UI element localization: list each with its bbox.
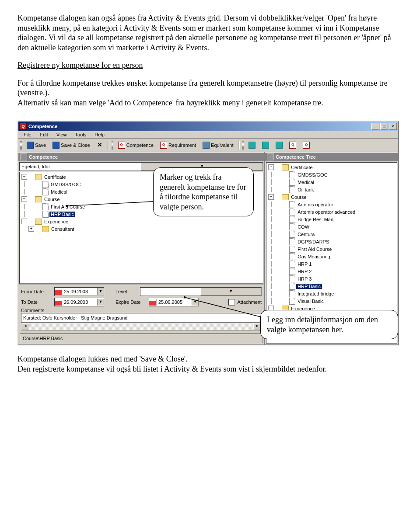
menu-view[interactable]: View (53, 131, 70, 138)
titlebar: Q Competence _ □ × (18, 122, 398, 131)
requirement-button[interactable]: QRequirement (158, 140, 199, 150)
tree-icon (20, 153, 27, 160)
save-button[interactable]: Save (24, 140, 49, 150)
tool-icon (276, 142, 283, 149)
calendar-icon (55, 288, 62, 295)
body-text: Alternativ så kan man velge 'Add to Comp… (18, 98, 323, 107)
folder-icon (35, 196, 42, 202)
section-heading[interactable]: Registrere ny kompetanse for en person (18, 61, 143, 70)
scroll-left-icon[interactable]: ◄ (21, 323, 29, 330)
close-button[interactable]: × (389, 123, 397, 130)
document-icon (289, 238, 295, 245)
expire-date-input[interactable]: ▼ (149, 298, 199, 306)
toolbar-grip (112, 141, 113, 150)
document-icon (289, 171, 295, 178)
level-combo[interactable]: ▼ (140, 287, 262, 296)
maximize-button[interactable]: □ (380, 123, 388, 130)
level-label: Level (116, 289, 137, 294)
document-icon (289, 186, 295, 193)
to-date-label: To Date (21, 299, 52, 305)
tree-icon (267, 153, 274, 160)
body-text: For å tilordne kompetanse trekkes ønsket… (18, 79, 388, 97)
menu-help[interactable]: Help (91, 131, 108, 138)
document-icon (289, 283, 295, 290)
tool-icon: Q (289, 142, 296, 149)
from-date-label: From Date (21, 289, 52, 294)
document-icon (289, 275, 295, 282)
toolbar: Save Save & Close ✕ QCompetence QRequire… (18, 139, 398, 152)
menubar: File Edit View Tools Help (18, 131, 398, 139)
selected-node: HRP Basic (49, 212, 75, 217)
calendar-icon (55, 299, 62, 306)
attachment-label: Attachment (238, 299, 262, 305)
attachment-checkbox[interactable] (228, 299, 235, 306)
separator (238, 141, 240, 150)
save-close-button[interactable]: Save & Close (50, 140, 93, 150)
document-icon (289, 209, 295, 216)
competence-icon: Q (118, 142, 125, 149)
calendar-icon (149, 299, 157, 306)
disk-icon (52, 142, 60, 149)
menu-tools[interactable]: Tools (72, 131, 90, 138)
document-icon (289, 223, 295, 230)
tool-button-5[interactable]: Q (300, 140, 312, 150)
folder-icon (42, 226, 49, 232)
document-icon (289, 253, 295, 260)
minimize-button[interactable]: _ (371, 123, 379, 130)
delete-button[interactable]: ✕ (94, 140, 105, 150)
body-text: Den registrerte kompetanse vil også bli … (18, 365, 327, 373)
tool-button-2[interactable] (259, 140, 272, 150)
document-icon (289, 261, 295, 268)
menu-edit[interactable]: Edit (36, 131, 52, 138)
equivalent-button[interactable]: Equivalent (200, 140, 236, 150)
competence-button[interactable]: QCompetence (116, 140, 156, 150)
body-text: Kompetanse dialogen lukkes ned med 'Save… (18, 355, 187, 363)
document-icon (42, 188, 49, 195)
document-icon (289, 179, 295, 186)
document-icon (42, 181, 49, 188)
tool-button-3[interactable] (273, 140, 285, 150)
window-title: Competence (28, 124, 371, 129)
expire-date-label: Expire Date (116, 299, 146, 305)
document-icon (289, 216, 295, 223)
separator (108, 141, 109, 150)
horizontal-scrollbar[interactable]: ◄ ► (21, 323, 262, 330)
document-icon (289, 298, 295, 305)
comments-label: Comments (21, 308, 262, 313)
chevron-down-icon[interactable]: ▼ (97, 299, 104, 306)
toolbar-grip (20, 141, 22, 150)
folder-icon (35, 219, 42, 225)
menu-file[interactable]: File (20, 131, 35, 138)
chevron-down-icon[interactable]: ▼ (200, 288, 261, 296)
document-icon (289, 268, 295, 275)
callout-drag-instruction: Marker og trekk fra generelt kompetanse … (153, 167, 254, 216)
folder-icon (282, 194, 289, 200)
folder-icon (282, 164, 289, 170)
tool-icon: Q (303, 142, 310, 149)
document-icon (289, 290, 295, 297)
left-pane-header: Competence (18, 152, 264, 161)
right-pane-header: Competence Tree (265, 152, 398, 161)
folder-icon (35, 174, 42, 180)
document-icon (42, 211, 49, 218)
tool-icon (262, 142, 269, 149)
tool-button-1[interactable] (246, 140, 258, 150)
delete-icon: ✕ (97, 142, 103, 148)
chevron-down-icon[interactable]: ▼ (97, 288, 104, 295)
tool-button-4[interactable]: Q (287, 140, 299, 150)
document-icon (289, 231, 295, 238)
chevron-down-icon[interactable]: ▼ (192, 299, 198, 306)
document-icon (289, 201, 295, 208)
selected-node: HRP Basic (296, 284, 322, 289)
tool-icon (248, 142, 256, 149)
comments-field[interactable]: Kursted: Oslo Kursholder : Stig Magne Dr… (21, 313, 262, 323)
toolbar-grip (242, 141, 244, 150)
document-icon (289, 246, 295, 253)
requirement-icon: Q (160, 142, 167, 149)
from-date-input[interactable]: ▼ (54, 287, 104, 296)
callout-detail-instruction: Legg inn detaljinformasjon om den valgte… (260, 310, 398, 339)
document-icon (42, 203, 49, 210)
equivalent-icon (203, 142, 210, 149)
to-date-input[interactable]: ▼ (54, 298, 104, 306)
intro-paragraph: Kompetanse dialogen kan også åpnes fra A… (18, 13, 402, 52)
